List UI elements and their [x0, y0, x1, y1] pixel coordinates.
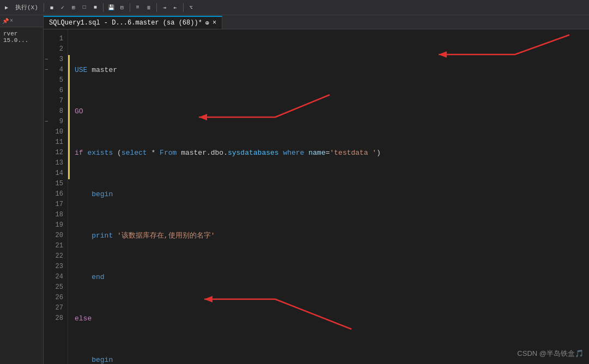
tab-close[interactable]: ×	[212, 19, 216, 27]
line-num-7: 7	[44, 96, 68, 106]
line-num-19: 19	[44, 220, 68, 230]
execute-button[interactable]: 执行(X)	[13, 2, 40, 13]
line-num-18: 18	[44, 210, 68, 220]
toolbar-check-icon[interactable]: ✓	[58, 3, 67, 12]
toolbar-table-icon[interactable]: ⊟	[118, 3, 126, 12]
code-editor[interactable]: 1 2 3 4 5 6 7 8 9 10 11 12 13 14 15 16 1…	[44, 29, 589, 364]
arrow-1	[439, 35, 569, 58]
toolbar-comment-icon[interactable]: ⌥	[187, 3, 196, 12]
code-line-7: else	[72, 313, 589, 324]
line-num-1: 1	[44, 34, 68, 44]
line-num-25: 25	[44, 282, 68, 293]
toolbar-separator-5	[183, 3, 184, 12]
left-panel-content: rver 15.0...	[0, 27, 43, 364]
toolbar-stop-icon[interactable]: ◼	[47, 3, 56, 12]
toolbar-play-icon[interactable]: ▶	[2, 3, 11, 12]
toolbar-grid-icon[interactable]: ⊞	[69, 3, 78, 12]
line-num-10: 10	[44, 127, 68, 137]
line-num-21: 21	[44, 241, 68, 251]
panel-close-icon[interactable]: ×	[10, 18, 13, 24]
line-num-16: 16	[44, 189, 68, 199]
toolbar-separator-1	[44, 3, 44, 12]
toolbar-save-icon[interactable]: 💾	[107, 3, 116, 12]
code-line-1: USE master	[72, 65, 589, 75]
line-num-3: 3	[44, 54, 68, 65]
code-content[interactable]: USE master GO if exists (select * From m…	[68, 29, 589, 364]
toolbar-box-icon[interactable]: □	[80, 3, 89, 12]
line-num-11: 11	[44, 137, 68, 148]
toolbar-separator-3	[130, 3, 130, 12]
toolbar-separator-2	[103, 3, 104, 12]
main-layout: 📌 × rver 15.0... SQLQuery1.sql - D...6.m…	[0, 15, 589, 364]
toolbar-indent-icon[interactable]: ⇥	[160, 3, 169, 12]
toolbar-list-icon[interactable]: ≡	[133, 3, 142, 12]
editor-area: SQLQuery1.sql - D...6.master (sa (68))* …	[44, 15, 589, 364]
tab-pin[interactable]: ⊕	[205, 19, 209, 27]
line-num-24: 24	[44, 272, 68, 282]
line-num-28: 28	[44, 313, 68, 324]
svg-line-2	[515, 35, 569, 54]
line-num-4: 4	[44, 65, 68, 75]
line-numbers: 1 2 3 4 5 6 7 8 9 10 11 12 13 14 15 16 1…	[44, 29, 68, 364]
code-line-2: GO	[72, 106, 589, 117]
code-line-3: if exists (select * From master.dbo.sysd…	[72, 148, 589, 158]
line-num-15: 15	[44, 179, 68, 189]
svg-marker-7	[204, 296, 212, 302]
line-num-17: 17	[44, 199, 68, 210]
toolbar-box2-icon[interactable]: ■	[91, 3, 100, 12]
svg-marker-1	[439, 51, 447, 58]
toolbar-list2-icon[interactable]: ≣	[144, 3, 153, 12]
arrow-3	[204, 296, 351, 329]
tab-title: SQLQuery1.sql - D...6.master (sa (68))*	[49, 19, 202, 27]
line-num-14: 14	[44, 168, 68, 179]
line-num-26: 26	[44, 293, 68, 303]
tab-bar: SQLQuery1.sql - D...6.master (sa (68))* …	[44, 15, 589, 29]
line-num-6: 6	[44, 86, 68, 96]
left-panel-header: 📌 ×	[0, 15, 43, 27]
watermark: CSDN @半岛铁盒🎵	[517, 349, 584, 359]
left-panel: 📌 × rver 15.0...	[0, 15, 44, 364]
code-line-5: print '该数据库存在,使用别的名字'	[72, 230, 589, 241]
line-num-9: 9	[44, 117, 68, 127]
server-item[interactable]: rver 15.0...	[1, 29, 42, 45]
toolbar-outdent-icon[interactable]: ⇤	[171, 3, 180, 12]
panel-pin-icon[interactable]: 📌	[2, 18, 9, 25]
line-num-8: 8	[44, 106, 68, 117]
line-num-12: 12	[44, 148, 68, 158]
code-line-8: begin	[72, 355, 589, 364]
line-num-27: 27	[44, 303, 68, 313]
code-line-6: end	[72, 272, 589, 282]
line-num-22: 22	[44, 251, 68, 262]
line-num-2: 2	[44, 44, 68, 54]
line-num-20: 20	[44, 230, 68, 241]
active-tab[interactable]: SQLQuery1.sql - D...6.master (sa (68))* …	[44, 16, 222, 29]
code-line-4: begin	[72, 189, 589, 199]
line-num-23: 23	[44, 262, 68, 272]
toolbar: ▶ 执行(X) ◼ ✓ ⊞ □ ■ 💾 ⊟ ≡ ≣ ⇥ ⇤ ⌥	[0, 0, 589, 15]
toolbar-separator-4	[156, 3, 157, 12]
line-num-13: 13	[44, 158, 68, 168]
line-num-5: 5	[44, 75, 68, 86]
